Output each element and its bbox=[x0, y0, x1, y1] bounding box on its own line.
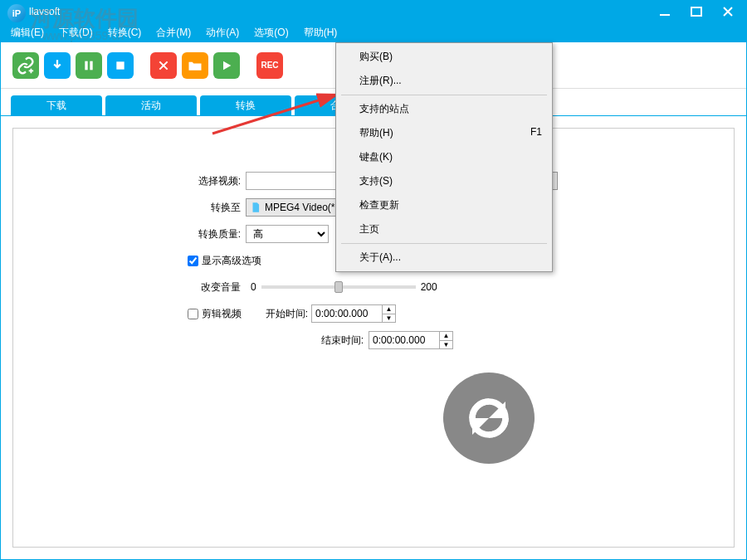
menu-edit[interactable]: 编辑(E) bbox=[4, 23, 51, 42]
svg-rect-3 bbox=[85, 61, 87, 70]
close-button[interactable] bbox=[720, 5, 736, 18]
app-logo: iP bbox=[7, 4, 26, 22]
convert-to-label: 转换至 bbox=[188, 201, 241, 215]
menu-download[interactable]: 下载(D) bbox=[52, 23, 100, 42]
record-label: REC bbox=[261, 61, 278, 70]
menu-convert[interactable]: 转换(C) bbox=[101, 23, 149, 42]
dd-sites[interactable]: 支持的站点 bbox=[338, 97, 550, 121]
record-button[interactable]: REC bbox=[256, 52, 283, 79]
play-button[interactable] bbox=[213, 52, 240, 79]
dd-keyboard[interactable]: 键盘(K) bbox=[338, 145, 550, 169]
svg-rect-5 bbox=[116, 61, 124, 69]
tab-activity[interactable]: 活动 bbox=[105, 95, 197, 115]
svg-rect-1 bbox=[691, 7, 701, 16]
dd-keyboard-label: 键盘(K) bbox=[359, 150, 393, 164]
file-icon bbox=[250, 202, 261, 213]
dd-about-label: 关于(A)... bbox=[359, 251, 401, 265]
dd-buy-label: 购买(B) bbox=[359, 50, 393, 64]
svg-rect-4 bbox=[90, 61, 92, 70]
end-time-value: 0:00:00.000 bbox=[369, 334, 439, 346]
menu-help[interactable]: 帮助(H) bbox=[297, 23, 344, 42]
pause-button[interactable] bbox=[76, 52, 102, 79]
volume-label: 改变音量 bbox=[188, 280, 241, 295]
advanced-label: 显示高级选项 bbox=[202, 254, 261, 268]
open-folder-button[interactable] bbox=[182, 52, 208, 79]
delete-button[interactable] bbox=[150, 52, 177, 79]
dd-support-label: 支持(S) bbox=[359, 174, 393, 188]
tab-download[interactable]: 下载 bbox=[11, 95, 102, 115]
menu-action[interactable]: 动作(A) bbox=[199, 23, 246, 42]
dd-separator-2 bbox=[341, 243, 547, 244]
dd-separator bbox=[341, 95, 547, 95]
refresh-icon bbox=[464, 393, 514, 443]
minimize-button[interactable] bbox=[657, 5, 673, 18]
quality-select[interactable]: 高 bbox=[246, 225, 329, 243]
volume-slider[interactable] bbox=[261, 285, 416, 289]
dd-about[interactable]: 关于(A)... bbox=[338, 246, 550, 270]
dd-help[interactable]: 帮助(H)F1 bbox=[338, 121, 550, 145]
volume-min: 0 bbox=[251, 281, 256, 293]
stop-button[interactable] bbox=[107, 52, 134, 79]
start-time-input[interactable]: 0:00:00.000 ▲▼ bbox=[311, 304, 396, 323]
dd-check-update[interactable]: 检查更新 bbox=[338, 193, 550, 217]
start-time-value: 0:00:00.000 bbox=[312, 308, 382, 319]
dd-help-shortcut: F1 bbox=[530, 126, 542, 140]
end-time-spinner[interactable]: ▲▼ bbox=[439, 332, 452, 348]
dd-help-label: 帮助(H) bbox=[359, 126, 393, 140]
svg-rect-0 bbox=[660, 14, 670, 16]
dd-home[interactable]: 主页 bbox=[338, 217, 550, 241]
window-title: llavsoft bbox=[29, 6, 60, 17]
tab-convert[interactable]: 转换 bbox=[200, 95, 291, 115]
titlebar: llavsoft bbox=[1, 1, 746, 22]
help-dropdown: 购买(B) 注册(R)... 支持的站点 帮助(H)F1 键盘(K) 支持(S)… bbox=[335, 42, 553, 272]
dd-buy[interactable]: 购买(B) bbox=[338, 45, 550, 69]
menubar: 编辑(E) 下载(D) 转换(C) 合并(M) 动作(A) 选项(O) 帮助(H… bbox=[1, 22, 746, 42]
maximize-button[interactable] bbox=[688, 5, 705, 18]
menu-merge[interactable]: 合并(M) bbox=[149, 23, 198, 42]
download-button[interactable] bbox=[44, 52, 71, 79]
dd-home-label: 主页 bbox=[359, 222, 379, 236]
advanced-checkbox[interactable] bbox=[188, 256, 198, 266]
cut-label: 剪辑视频 bbox=[202, 307, 242, 321]
volume-max: 200 bbox=[421, 281, 437, 293]
end-time-input[interactable]: 0:00:00.000 ▲▼ bbox=[369, 331, 453, 349]
dd-support[interactable]: 支持(S) bbox=[338, 169, 550, 193]
end-time-label: 结束时间: bbox=[317, 334, 364, 348]
start-time-label: 开始时间: bbox=[261, 307, 308, 321]
dd-register-label: 注册(R)... bbox=[359, 74, 402, 88]
menu-options[interactable]: 选项(O) bbox=[247, 23, 295, 42]
cut-checkbox[interactable] bbox=[188, 309, 198, 319]
quality-label: 转换质量: bbox=[188, 227, 241, 241]
volume-thumb[interactable] bbox=[334, 281, 343, 293]
convert-refresh-button[interactable] bbox=[443, 373, 535, 464]
select-video-label: 选择视频: bbox=[188, 174, 241, 188]
dd-register[interactable]: 注册(R)... bbox=[338, 69, 550, 93]
dd-check-update-label: 检查更新 bbox=[359, 198, 399, 212]
paste-url-button[interactable] bbox=[12, 52, 39, 79]
dd-sites-label: 支持的站点 bbox=[359, 102, 409, 116]
start-time-spinner[interactable]: ▲▼ bbox=[382, 305, 395, 322]
